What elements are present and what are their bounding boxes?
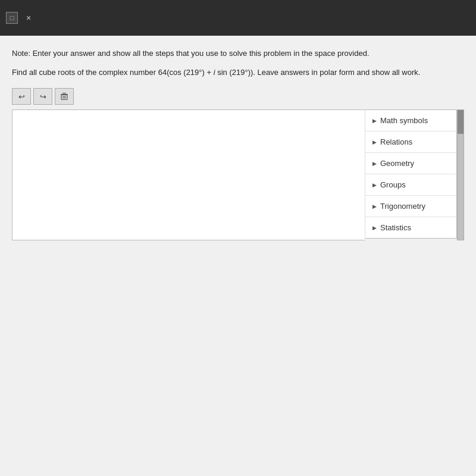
close-button[interactable]: × <box>23 12 35 24</box>
groups-label: Groups <box>380 180 406 189</box>
relations-arrow: ▶ <box>372 139 377 145</box>
symbol-panel: ▶ Math symbols ▶ Relations ▶ Geometry ▶ … <box>365 109 457 239</box>
statistics-label: Statistics <box>380 223 411 232</box>
note-text: Note: Enter your answer and show all the… <box>12 48 464 60</box>
undo-button[interactable]: ↩ <box>12 88 31 105</box>
window-icon[interactable]: □ <box>6 12 18 24</box>
relations-item[interactable]: ▶ Relations <box>365 131 456 153</box>
geometry-arrow: ▶ <box>372 161 377 167</box>
math-symbols-arrow: ▶ <box>372 118 377 124</box>
top-bar: □ × <box>0 0 476 36</box>
geometry-label: Geometry <box>380 159 414 168</box>
trigonometry-arrow: ▶ <box>372 203 377 209</box>
trigonometry-item[interactable]: ▶ Trigonometry <box>365 196 456 217</box>
answer-input[interactable] <box>12 109 365 240</box>
question-text: Find all cube roots of the complex numbe… <box>12 67 464 79</box>
math-symbols-label: Math symbols <box>380 116 428 125</box>
groups-arrow: ▶ <box>372 182 377 188</box>
main-content: Note: Enter your answer and show all the… <box>0 36 476 476</box>
statistics-item[interactable]: ▶ Statistics <box>365 217 456 238</box>
math-symbols-item[interactable]: ▶ Math symbols <box>365 110 456 131</box>
svg-rect-1 <box>62 93 66 93</box>
relations-label: Relations <box>380 137 412 146</box>
groups-item[interactable]: ▶ Groups <box>365 174 456 196</box>
answer-area: ▶ Math symbols ▶ Relations ▶ Geometry ▶ … <box>12 109 464 240</box>
trash-icon <box>60 92 68 101</box>
toolbar: ↩ ↪ <box>12 88 464 105</box>
geometry-item[interactable]: ▶ Geometry <box>365 153 456 174</box>
redo-button[interactable]: ↪ <box>33 88 52 105</box>
delete-button[interactable] <box>55 88 74 105</box>
scrollbar-thumb[interactable] <box>458 110 464 134</box>
trigonometry-label: Trigonometry <box>380 202 425 211</box>
statistics-arrow: ▶ <box>372 225 377 231</box>
scrollbar[interactable] <box>457 109 464 240</box>
